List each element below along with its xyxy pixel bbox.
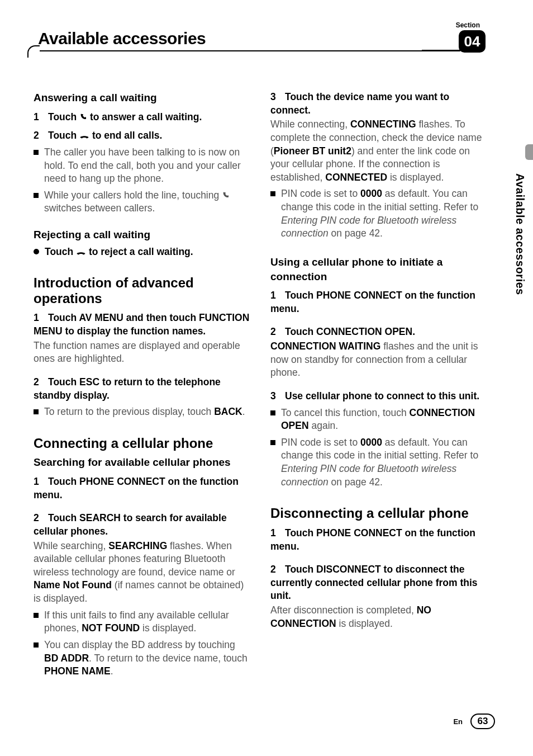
header-title: Available accessories <box>38 29 206 48</box>
step-answer-1: 1Touch to answer a call waiting. <box>34 111 251 124</box>
square-bullet-icon <box>34 150 39 155</box>
square-bullet-icon <box>270 440 275 445</box>
step-connect-1: 1Touch PHONE CONNECT on the function men… <box>34 475 251 502</box>
step-connect-3: 3Touch the device name you want to conne… <box>270 91 488 117</box>
body-text: While connecting, CONNECTING flashes. To… <box>270 118 488 184</box>
bullet: To return to the previous display, touch… <box>34 405 251 419</box>
body-text: The function names are displayed and ope… <box>34 339 251 366</box>
bullet-step: Touch to reject a call waiting. <box>34 245 251 259</box>
phone-icon <box>222 189 230 197</box>
bullet-text: PIN code is set to 0000 as default. You … <box>281 187 488 240</box>
step-intro-1: 1Touch AV MENU and then touch FUNCTION M… <box>34 311 251 338</box>
square-bullet-icon <box>34 613 39 618</box>
footer-page-number: 63 <box>470 714 495 729</box>
bullet: PIN code is set to 0000 as default. You … <box>270 187 488 240</box>
heading-intro: Introduction of advanced operations <box>34 275 251 306</box>
step-using-1: 1Touch PHONE CONNECT on the function men… <box>270 289 488 315</box>
section-number-badge: 04 <box>459 30 486 53</box>
step-answer-2: 2Touch to end all calls. <box>34 129 251 143</box>
step-using-2: 2Touch CONNECTION OPEN. <box>270 325 488 339</box>
heading-rejecting: Rejecting a call waiting <box>34 228 251 242</box>
heading-using-phone: Using a cellular phone to initiate a con… <box>270 255 488 284</box>
bullet: The caller you have been talking to is n… <box>34 146 251 186</box>
body-text: After disconnection is completed, NO CON… <box>270 604 488 630</box>
hangup-icon <box>79 129 89 136</box>
step-intro-2: 2Touch ESC to return to the telephone st… <box>34 376 251 402</box>
square-bullet-icon <box>270 410 275 415</box>
bullet: PIN code is set to 0000 as default. You … <box>270 436 488 489</box>
bullet-text: The caller you have been talking to is n… <box>44 146 251 186</box>
header-bar: Available accessories Section 04 <box>34 28 499 56</box>
subheading-searching: Searching for available cellular phones <box>34 455 251 470</box>
hangup-icon <box>76 245 86 252</box>
left-column: Answering a call waiting 1Touch to answe… <box>34 78 251 678</box>
step-disconnect-1: 1Touch PHONE CONNECT on the function men… <box>270 527 488 553</box>
heading-answering: Answering a call waiting <box>34 91 251 105</box>
phone-icon <box>79 111 87 119</box>
page: Available accessories Section 04 Availab… <box>0 0 533 756</box>
heading-disconnecting: Disconnecting a cellular phone <box>270 505 488 521</box>
bullet-text: To return to the previous display, touch… <box>44 405 251 419</box>
bullet: You can display the BD address by touchi… <box>34 639 251 678</box>
step-connect-2: 2Touch SEARCH to search for available ce… <box>34 512 251 538</box>
footer-language: En <box>453 717 463 726</box>
step-disconnect-2: 2Touch DISCONNECT to disconnect the curr… <box>270 563 488 603</box>
content-columns: Answering a call waiting 1Touch to answe… <box>34 78 499 678</box>
bullet: While your callers hold the line, touchi… <box>34 189 251 215</box>
step-using-3: 3Use cellular phone to connect to this u… <box>270 390 488 403</box>
body-text: While searching, SEARCHING flashes. When… <box>34 540 251 606</box>
bullet: If this unit fails to find any available… <box>34 609 251 635</box>
dot-bullet-icon <box>34 249 39 254</box>
header-rule <box>31 50 460 51</box>
step-reject: Touch to reject a call waiting. <box>45 245 251 259</box>
side-tab-stub <box>525 144 533 160</box>
bullet-text: PIN code is set to 0000 as default. You … <box>281 436 488 489</box>
bullet-text: You can display the BD address by touchi… <box>44 639 251 678</box>
bullet-text: To cancel this function, touch CONNECTIO… <box>281 407 488 433</box>
section-label: Section <box>456 21 480 29</box>
body-text: CONNECTION WAITING flashes and the unit … <box>270 340 488 380</box>
bullet-text: While your callers hold the line, touchi… <box>44 189 251 215</box>
square-bullet-icon <box>270 191 275 196</box>
page-footer: En 63 <box>453 714 495 729</box>
right-column: 3Touch the device name you want to conne… <box>270 78 488 678</box>
square-bullet-icon <box>34 193 39 198</box>
side-tab-label: Available accessories <box>513 173 526 295</box>
bullet-text: If this unit fails to find any available… <box>44 609 251 635</box>
heading-connecting: Connecting a cellular phone <box>34 436 251 451</box>
square-bullet-icon <box>34 409 39 414</box>
bullet: To cancel this function, touch CONNECTIO… <box>270 407 488 433</box>
square-bullet-icon <box>34 642 39 648</box>
